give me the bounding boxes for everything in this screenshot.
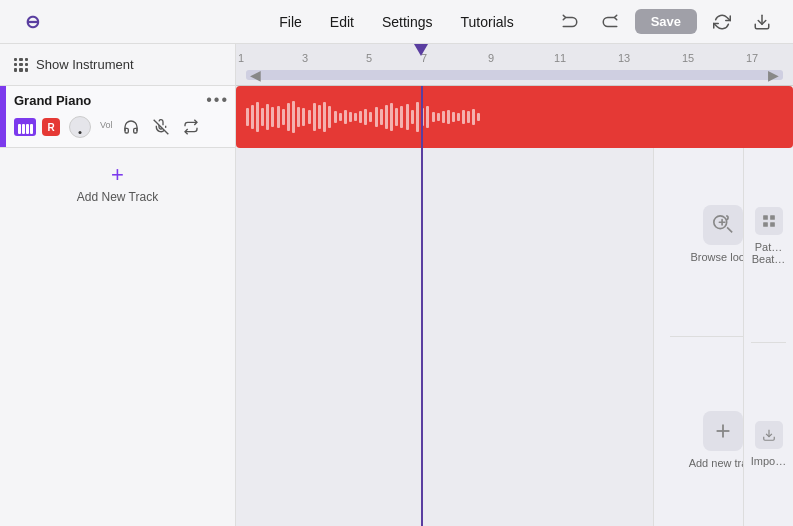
record-badge[interactable]: R [42,118,60,136]
import-item[interactable]: Impo… [751,421,786,467]
ruler-mark-11: 11 [554,52,566,64]
loop-start-arrow[interactable]: ◀ [246,67,265,83]
mute-button[interactable] [149,115,173,139]
timeline-container: 1 3 5 7 9 11 13 15 17 ◀ ▶ [236,44,793,526]
svg-rect-7 [763,222,768,227]
midi-notes-group-2 [277,101,305,133]
ruler-mark-17: 17 [746,52,758,64]
midi-notes-group-7 [432,109,480,125]
redo-button[interactable] [595,7,625,37]
settings-menu[interactable]: Settings [382,14,433,30]
ruler-marks: 1 3 5 7 9 11 13 15 17 ◀ ▶ [236,44,793,85]
track-name: Grand Piano [14,93,91,108]
ruler-mark-3: 3 [302,52,308,64]
logo-button[interactable]: ⊖ [16,10,48,34]
show-instrument-label: Show Instrument [36,57,134,72]
playhead-triangle [414,44,428,56]
midi-notes-group-5 [375,103,403,131]
ruler-mark-15: 15 [682,52,694,64]
main-layout: Show Instrument Grand Piano ••• [0,44,793,526]
svg-rect-6 [770,215,775,220]
headphone-button[interactable] [119,115,143,139]
empty-area: Browse loops Add new track [236,148,793,526]
vol-label: Vol [100,120,113,130]
show-instrument-bar[interactable]: Show Instrument [0,44,235,86]
side-panel-2: Pat… Beat… Impo… [743,148,793,526]
toolbar-right: Save [555,7,777,37]
track-controls: R Vol [14,113,227,141]
ruler-mark-9: 9 [488,52,494,64]
ruler-mark-5: 5 [366,52,372,64]
save-button[interactable]: Save [635,9,697,34]
playhead-line-empty [421,148,423,526]
patterns-beats-item[interactable]: Pat… Beat… [749,207,788,265]
track-more-button[interactable]: ••• [206,92,227,108]
add-new-track-panel-icon [703,411,743,451]
add-track-label: Add New Track [77,190,158,204]
plus-icon: + [111,164,124,186]
browse-loops-icon [703,205,743,245]
download-button[interactable] [747,7,777,37]
track-info: Grand Piano ••• R [6,86,235,147]
panel-divider-2 [751,342,786,343]
svg-rect-5 [763,215,768,220]
knob-indicator [79,131,82,134]
midi-notes-group-6 [406,102,429,132]
instrument-icon [14,118,36,136]
loop-button[interactable] [179,115,203,139]
midi-notes-group-1 [246,102,274,132]
loop-region[interactable]: ◀ ▶ [246,70,783,80]
midi-notes-group-3 [308,102,331,132]
refresh-button[interactable] [707,7,737,37]
midi-notes-group-4 [334,109,372,125]
knob-circle [69,116,91,138]
sidebar: Show Instrument Grand Piano ••• [0,44,236,526]
midi-block[interactable] [236,86,793,148]
grid-icon [14,58,28,72]
menu-items: File Edit Settings Tutorials [279,14,513,30]
ruler-mark-13: 13 [618,52,630,64]
track-row: Grand Piano ••• R [0,86,235,148]
add-new-track-button[interactable]: + Add New Track [0,148,235,220]
menubar: ⊖ File Edit Settings Tutorials Save [0,0,793,44]
patterns-beats-icon [755,207,783,235]
edit-menu[interactable]: Edit [330,14,354,30]
track-region-row [236,86,793,148]
file-menu[interactable]: File [279,14,302,30]
volume-knob[interactable] [66,113,94,141]
track-header: Grand Piano ••• [14,92,227,108]
svg-rect-8 [770,222,775,227]
tutorials-menu[interactable]: Tutorials [461,14,514,30]
import-label: Impo… [751,455,786,467]
loop-end-arrow[interactable]: ▶ [764,67,783,83]
ruler-mark-1: 1 [238,52,244,64]
patterns-beats-label: Pat… Beat… [749,241,788,265]
ruler[interactable]: 1 3 5 7 9 11 13 15 17 ◀ ▶ [236,44,793,86]
undo-button[interactable] [555,7,585,37]
import-icon [755,421,783,449]
